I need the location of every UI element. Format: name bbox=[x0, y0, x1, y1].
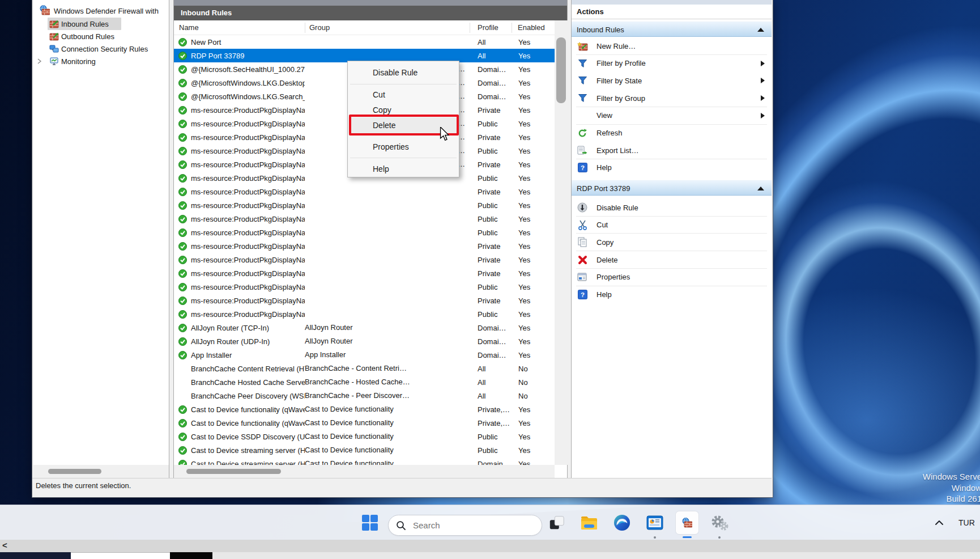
submenu-arrow-icon bbox=[761, 113, 765, 118]
edge-button[interactable] bbox=[611, 511, 633, 534]
action-item-help[interactable]: ?Help bbox=[572, 159, 772, 176]
column-header-enabled[interactable]: Enabled bbox=[518, 20, 545, 35]
column-header-name[interactable]: Name bbox=[179, 20, 199, 35]
list-horizontal-scrollbar[interactable] bbox=[174, 465, 555, 478]
rule-profile: Public bbox=[470, 446, 512, 455]
rule-row[interactable]: Cast to Device functionality (qWave-UDP-… bbox=[174, 416, 555, 430]
context-menu-item-help[interactable]: Help bbox=[348, 161, 458, 177]
action-item-view[interactable]: View bbox=[572, 107, 772, 124]
rule-group: Cast to Device functionality bbox=[305, 443, 470, 457]
rule-row[interactable]: ms-resource:ProductPkgDisplayNamePublicY… bbox=[174, 212, 555, 226]
start-button[interactable] bbox=[359, 511, 381, 534]
column-header-group[interactable]: Group bbox=[309, 20, 330, 35]
context-menu-item-disable-rule[interactable]: Disable Rule bbox=[348, 65, 458, 81]
rule-enabled: Yes bbox=[512, 419, 555, 427]
collapse-icon[interactable] bbox=[757, 28, 764, 32]
action-item-export-list-[interactable]: Export List… bbox=[572, 142, 772, 159]
rule-name: RDP Port 33789 bbox=[191, 52, 305, 60]
context-menu-item-cut[interactable]: Cut bbox=[348, 87, 458, 103]
tree-horizontal-scrollbar[interactable] bbox=[33, 465, 169, 478]
rule-group bbox=[305, 280, 470, 294]
actions-section-rdp-port[interactable]: RDP Port 33789 bbox=[572, 180, 772, 196]
rule-row[interactable]: ms-resource:ProductPkgDisplayNamePrivate… bbox=[174, 266, 555, 280]
rule-enabled: Yes bbox=[512, 52, 555, 60]
rule-profile: All bbox=[470, 392, 512, 400]
rule-row[interactable]: ms-resource:ProductPkgDisplayNamePrivate… bbox=[174, 239, 555, 253]
action-item-delete[interactable]: Delete bbox=[572, 251, 772, 268]
action-item-help[interactable]: ?Help bbox=[572, 286, 772, 303]
tray-chevron-up-icon[interactable] bbox=[935, 518, 944, 528]
rule-row[interactable]: Cast to Device SSDP Discovery (UDP-In)Ca… bbox=[174, 430, 555, 443]
gears-icon bbox=[710, 514, 728, 531]
connection-security-icon bbox=[49, 45, 59, 53]
outer-horizontal-scrollbar[interactable]: < bbox=[0, 540, 980, 552]
action-item-disable-rule[interactable]: Disable Rule bbox=[572, 199, 772, 216]
collapse-icon[interactable] bbox=[757, 187, 764, 190]
refresh-icon bbox=[577, 128, 587, 138]
action-item-properties[interactable]: Properties bbox=[572, 269, 772, 286]
tree-root-firewall[interactable]: Windows Defender Firewall with bbox=[33, 5, 169, 17]
sidebar-item-inbound-rules[interactable]: Inbound Rules bbox=[33, 18, 169, 30]
rule-profile: Private bbox=[470, 133, 512, 142]
rule-row[interactable]: ms-resource:ProductPkgDisplayNamePublicY… bbox=[174, 280, 555, 294]
firewall-app-button[interactable] bbox=[676, 511, 698, 534]
task-view-button[interactable] bbox=[546, 511, 568, 534]
taskbar-search[interactable] bbox=[388, 515, 542, 536]
scrollbar-thumb[interactable] bbox=[556, 37, 566, 103]
action-item-cut[interactable]: Cut bbox=[572, 217, 772, 234]
svg-text:?: ? bbox=[580, 291, 584, 298]
file-explorer-button[interactable] bbox=[578, 511, 600, 534]
action-item-label: Help bbox=[596, 163, 612, 172]
rule-row[interactable]: ms-resource:ProductPkgDisplayNamePrivate… bbox=[174, 253, 555, 266]
settings-gears-button[interactable] bbox=[708, 511, 731, 534]
column-divider[interactable] bbox=[305, 23, 305, 33]
action-item-filter-by-profile[interactable]: Filter by Profile bbox=[572, 55, 772, 72]
new-rule-icon bbox=[577, 41, 588, 51]
column-divider[interactable] bbox=[512, 23, 512, 33]
rule-row[interactable]: BranchCache Hosted Cache Server (HTTP-In… bbox=[174, 375, 555, 389]
rule-row[interactable]: AllJoyn Router (TCP-In)AllJoyn RouterDom… bbox=[174, 321, 555, 334]
rule-row[interactable]: AllJoyn Router (UDP-In)AllJoyn RouterDom… bbox=[174, 334, 555, 348]
column-header-profile[interactable]: Profile bbox=[478, 20, 498, 35]
sidebar-item-outbound-rules[interactable]: Outbound Rules bbox=[33, 30, 169, 43]
list-vertical-scrollbar[interactable] bbox=[555, 20, 568, 465]
rule-row[interactable]: ms-resource:ProductPkgDisplayNamePublicY… bbox=[174, 198, 555, 212]
rule-row[interactable]: Cast to Device streaming server (HTTP-St… bbox=[174, 457, 555, 465]
column-divider[interactable] bbox=[470, 23, 470, 33]
scrollbar-thumb[interactable] bbox=[48, 469, 101, 474]
tray-language-indicator[interactable]: TUR bbox=[958, 505, 975, 540]
scrollbar-thumb[interactable] bbox=[186, 469, 281, 474]
sidebar-item-connection-security-rules[interactable]: Connection Security Rules bbox=[33, 43, 169, 55]
rule-enabled: No bbox=[512, 378, 555, 387]
action-item-filter-by-group[interactable]: Filter by Group bbox=[572, 90, 772, 107]
expand-chevron-icon[interactable] bbox=[37, 58, 44, 65]
rule-row[interactable]: ms-resource:ProductPkgDisplayNamePublicY… bbox=[174, 226, 555, 239]
rule-row[interactable]: ms-resource:ProductPkgDisplayNamePrivate… bbox=[174, 185, 555, 198]
rule-row[interactable]: ms-resource:ProductPkgDisplayNamePrivate… bbox=[174, 294, 555, 307]
rule-enabled: Yes bbox=[512, 65, 555, 74]
rule-row[interactable]: ms-resource:ProductPkgDisplayNamePublicY… bbox=[174, 307, 555, 321]
action-item-refresh[interactable]: Refresh bbox=[572, 125, 772, 142]
action-item-filter-by-state[interactable]: Filter by State bbox=[572, 72, 772, 89]
rule-row[interactable]: App InstallerApp InstallerDomai…Yes bbox=[174, 348, 555, 362]
action-item-label: New Rule… bbox=[596, 42, 636, 50]
rule-row[interactable]: Cast to Device functionality (qWave-TCP-… bbox=[174, 403, 555, 416]
rule-group bbox=[305, 253, 470, 266]
actions-section-inbound-rules[interactable]: Inbound Rules bbox=[572, 22, 772, 37]
rule-enabled: Yes bbox=[512, 106, 555, 115]
rule-name: BranchCache Hosted Cache Server (HTTP-In… bbox=[191, 378, 305, 387]
scroll-left-arrow[interactable]: < bbox=[2, 540, 7, 550]
search-input[interactable] bbox=[412, 520, 519, 531]
sidebar-item-monitoring[interactable]: Monitoring bbox=[33, 55, 169, 67]
rule-row[interactable]: BranchCache Content Retrieval (HTTP-In)B… bbox=[174, 362, 555, 375]
rule-name: ms-resource:ProductPkgDisplayName bbox=[191, 188, 305, 196]
rule-row[interactable]: BranchCache Peer Discovery (WSD-In)Branc… bbox=[174, 389, 555, 403]
rule-row[interactable]: Cast to Device streaming server (HTTP-St… bbox=[174, 443, 555, 457]
action-item-copy[interactable]: Copy bbox=[572, 234, 772, 251]
inbound-rules-icon bbox=[49, 20, 59, 28]
server-manager-button[interactable] bbox=[644, 511, 666, 534]
actions-separator bbox=[576, 54, 767, 55]
rule-row[interactable]: New PortAllYes bbox=[174, 35, 555, 49]
enabled-check-icon bbox=[174, 120, 191, 128]
action-item-new-rule-[interactable]: New Rule… bbox=[572, 37, 772, 54]
